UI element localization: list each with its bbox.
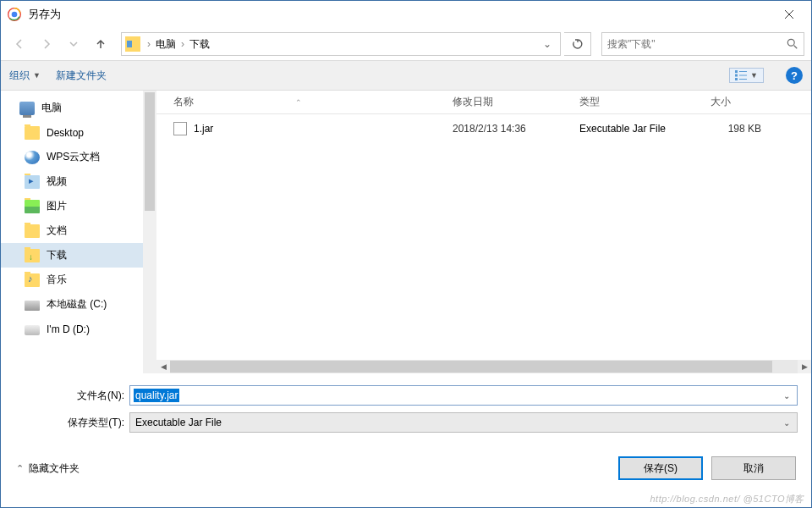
chevron-down-icon: ▼ (33, 71, 41, 80)
sidebar-item-label: WPS云文档 (47, 150, 100, 164)
svg-rect-11 (739, 79, 747, 80)
disk-icon (25, 325, 40, 335)
horizontal-scrollbar[interactable]: ◀ ▶ (156, 360, 811, 373)
sidebar-item-downloads[interactable]: ↓下载 (1, 243, 143, 268)
svg-rect-8 (735, 75, 738, 77)
filetype-value: Executable Jar File (134, 416, 223, 429)
column-header-name[interactable]: 名称⌃ (173, 95, 453, 109)
chevron-up-icon: ⌃ (16, 463, 24, 474)
breadcrumb[interactable]: › 电脑 › 下载 ⌄ (121, 32, 561, 56)
footer: ⌃ 隐藏文件夹 保存(S) 取消 (1, 443, 811, 489)
sidebar-item-documents[interactable]: 文档 (1, 218, 143, 243)
close-icon (785, 10, 793, 19)
chevron-right-icon: › (145, 38, 152, 50)
sidebar-item-label: 文档 (47, 224, 67, 238)
column-header-type[interactable]: 类型 (579, 95, 710, 109)
folder-icon (25, 126, 40, 140)
file-date: 2018/2/13 14:36 (453, 123, 579, 135)
documents-icon (25, 224, 40, 238)
sidebar-item-desktop[interactable]: Desktop (1, 120, 143, 145)
file-icon (173, 122, 187, 135)
cancel-button[interactable]: 取消 (711, 456, 796, 480)
recent-button[interactable] (62, 32, 85, 56)
svg-rect-6 (735, 70, 738, 73)
folder-icon (125, 36, 140, 52)
svg-rect-10 (735, 78, 738, 80)
close-button[interactable] (774, 1, 804, 28)
back-button[interactable] (8, 32, 31, 56)
chevron-down-icon (69, 40, 78, 48)
svg-point-4 (787, 39, 794, 46)
sidebar-item-label: 下载 (47, 248, 67, 262)
question-icon: ? (791, 69, 798, 82)
sidebar-item-label: 电脑 (41, 101, 62, 115)
sidebar-item-pictures[interactable]: 图片 (1, 194, 143, 218)
scroll-left-button[interactable]: ◀ (156, 360, 170, 373)
chevron-down-icon: ▼ (750, 71, 758, 80)
forward-button[interactable] (35, 32, 58, 56)
filename-label: 文件名(N): (52, 389, 129, 403)
chevron-down-icon[interactable]: ⌄ (783, 418, 793, 428)
file-size: 198 KB (710, 123, 761, 135)
sidebar-item-wps[interactable]: WPS云文档 (1, 145, 143, 169)
sidebar-item-music[interactable]: 音乐 (1, 268, 143, 292)
save-form: 文件名(N): quality.jar ⌄ 保存类型(T): Executabl… (1, 373, 811, 443)
breadcrumb-segment[interactable]: 电脑 (152, 37, 179, 52)
watermark: http://blog.csdn.net/ @51CTO博客 (650, 493, 805, 505)
svg-line-5 (794, 46, 798, 49)
breadcrumb-segment[interactable]: 下载 (186, 37, 213, 52)
chevron-right-icon: › (179, 38, 186, 50)
sidebar-item-label: 本地磁盘 (C:) (47, 297, 107, 312)
hide-folders-button[interactable]: ⌃ 隐藏文件夹 (16, 461, 80, 476)
scroll-right-button[interactable]: ▶ (798, 360, 811, 373)
sidebar-item-disk-d[interactable]: I'm D (D:) (1, 317, 143, 341)
cloud-icon (25, 151, 40, 164)
sidebar-item-computer[interactable]: 电脑 (1, 96, 143, 120)
sidebar-scrollbar[interactable] (143, 91, 156, 373)
sidebar-item-local-disk-c[interactable]: 本地磁盘 (C:) (1, 292, 143, 317)
column-header-date[interactable]: 修改日期 (453, 95, 579, 109)
file-row[interactable]: 1.jar 2018/2/13 14:36 Executable Jar Fil… (173, 118, 811, 140)
search-input[interactable] (607, 38, 787, 50)
arrow-up-icon (94, 37, 107, 51)
sidebar-item-label: 视频 (47, 174, 67, 189)
filetype-label: 保存类型(T): (52, 416, 129, 430)
downloads-icon: ↓ (25, 249, 40, 262)
chrome-icon (8, 8, 21, 21)
sidebar-item-label: 图片 (47, 199, 67, 213)
pictures-icon (25, 200, 40, 213)
scrollbar-track[interactable] (170, 360, 798, 373)
video-icon (25, 175, 40, 189)
up-button[interactable] (89, 32, 112, 56)
scrollbar-thumb[interactable] (170, 361, 772, 373)
save-button[interactable]: 保存(S) (618, 456, 703, 480)
sidebar: 电脑 Desktop WPS云文档 视频 图片 文档 ↓下载 音乐 本地磁盘 (… (1, 91, 143, 373)
column-header-size[interactable]: 大小 (710, 95, 811, 109)
sort-asc-icon: ⌃ (295, 98, 302, 107)
new-folder-button[interactable]: 新建文件夹 (56, 69, 107, 83)
music-icon (25, 273, 40, 287)
arrow-left-icon (13, 37, 26, 51)
svg-rect-9 (739, 75, 747, 76)
file-name: 1.jar (194, 123, 453, 135)
help-button[interactable]: ? (786, 67, 803, 84)
organize-button[interactable]: 组织 ▼ (9, 69, 41, 83)
chevron-down-icon[interactable]: ⌄ (538, 38, 557, 50)
organize-label: 组织 (9, 69, 30, 83)
svg-rect-7 (739, 71, 747, 72)
chevron-down-icon[interactable]: ⌄ (783, 391, 793, 400)
search-box[interactable] (601, 32, 804, 56)
sidebar-item-videos[interactable]: 视频 (1, 169, 143, 194)
filetype-select[interactable]: Executable Jar File ⌄ (129, 412, 798, 433)
new-folder-label: 新建文件夹 (56, 69, 107, 83)
computer-icon (19, 102, 35, 115)
file-list: 1.jar 2018/2/13 14:36 Executable Jar Fil… (156, 114, 811, 360)
refresh-icon (572, 38, 584, 50)
column-headers: 名称⌃ 修改日期 类型 大小 (156, 91, 811, 114)
svg-point-0 (12, 12, 18, 18)
search-icon (787, 38, 798, 50)
scrollbar-thumb[interactable] (145, 92, 155, 211)
filename-input[interactable]: quality.jar ⌄ (129, 385, 798, 406)
refresh-button[interactable] (564, 32, 591, 56)
view-mode-button[interactable]: ▼ (729, 68, 764, 83)
